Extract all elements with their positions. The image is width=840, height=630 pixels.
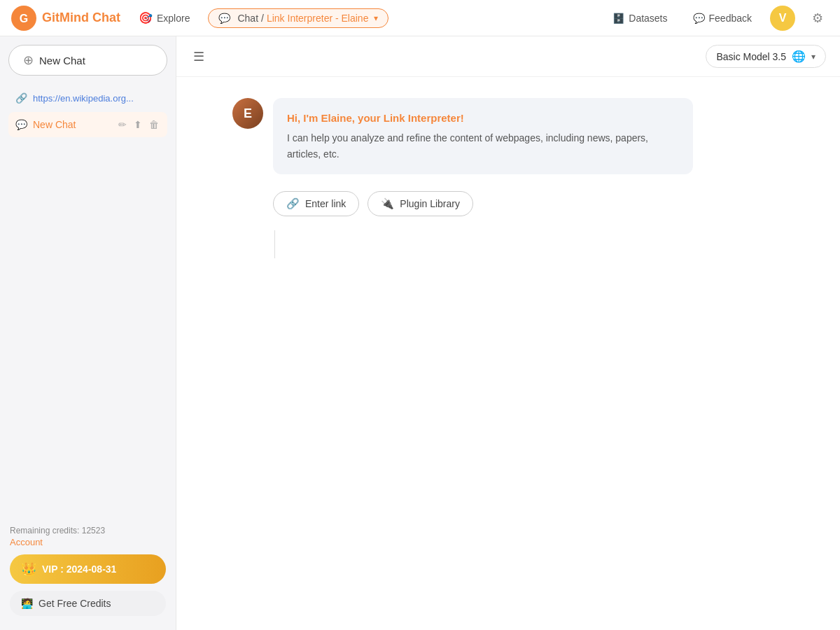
new-chat-button[interactable]: ⊕ New Chat — [8, 45, 167, 76]
model-chevron-icon: ▾ — [811, 52, 816, 62]
sidebar-toggle-icon[interactable]: ☰ — [190, 46, 207, 67]
plugin-icon: 🔌 — [381, 197, 394, 210]
greeting-text: Hi, I'm Elaine, your Link Interpreter! — [287, 109, 679, 127]
model-label: Basic Model 3.5 — [716, 51, 786, 62]
datasets-icon: 🗄️ — [612, 13, 624, 24]
sidebar-credits: Remaining credits: 12523 Account 👑 VIP :… — [8, 520, 167, 622]
explore-nav[interactable]: 🎯 Explore — [132, 7, 197, 29]
sidebar-chat-item[interactable]: 💬 New Chat ✏ ⬆ 🗑 — [8, 112, 167, 137]
chat-item-icon: 💬 — [15, 119, 27, 130]
sidebar: ⊕ New Chat 🔗 https://en.wikipedia.org...… — [0, 36, 176, 630]
settings-icon[interactable]: ⚙ — [806, 7, 829, 29]
model-selector[interactable]: Basic Model 3.5 🌐 ▾ — [706, 45, 826, 68]
message-row: E Hi, I'm Elaine, your Link Interpreter!… — [232, 98, 784, 174]
chat-item-label: New Chat — [33, 119, 111, 130]
feedback-icon: 💬 — [693, 13, 705, 24]
credits-icon: 🧑‍💻 — [21, 598, 33, 609]
enter-link-button[interactable]: 🔗 Enter link — [273, 191, 359, 216]
cursor-divider — [274, 230, 275, 258]
export-icon[interactable]: ⬆ — [132, 118, 144, 132]
feedback-label: Feedback — [709, 13, 752, 24]
explore-label: Explore — [157, 13, 190, 24]
explore-icon: 🎯 — [139, 11, 153, 24]
edit-icon[interactable]: ✏ — [117, 118, 128, 132]
breadcrumb-chat: Chat — [237, 13, 258, 24]
avatar-letter: V — [779, 12, 787, 24]
vip-badge[interactable]: 👑 VIP : 2024-08-31 — [10, 554, 166, 584]
credits-text: Remaining credits: 12523 — [10, 526, 166, 536]
breadcrumb-active: Link Interpreter - Elaine — [267, 13, 369, 24]
get-credits-label: Get Free Credits — [38, 598, 111, 609]
sub-text: I can help you analyze and refine the co… — [287, 130, 679, 164]
breadcrumb-separator: / — [261, 13, 264, 24]
chat-area: E Hi, I'm Elaine, your Link Interpreter!… — [176, 77, 840, 630]
link-icon: 🔗 — [15, 92, 27, 104]
chat-item-actions: ✏ ⬆ 🗑 — [117, 118, 160, 132]
feedback-nav[interactable]: 💬 Feedback — [686, 8, 759, 28]
content-header: ☰ Basic Model 3.5 🌐 ▾ — [176, 36, 840, 77]
globe-icon: 🌐 — [792, 50, 806, 63]
chat-icon: 💬 — [218, 13, 230, 24]
enter-link-label: Enter link — [305, 198, 346, 209]
sidebar-link-text: https://en.wikipedia.org... — [33, 93, 134, 104]
action-buttons: 🔗 Enter link 🔌 Plugin Library — [273, 191, 784, 216]
user-avatar[interactable]: V — [770, 6, 795, 31]
vip-label: VIP : 2024-08-31 — [42, 564, 116, 575]
breadcrumb[interactable]: 💬 Chat / Link Interpreter - Elaine ▾ — [208, 8, 388, 28]
datasets-label: Datasets — [629, 13, 667, 24]
sidebar-spacer — [8, 139, 167, 520]
plugin-library-button[interactable]: 🔌 Plugin Library — [368, 191, 473, 216]
logo-icon: G — [11, 6, 36, 31]
logo[interactable]: G GitMind Chat — [11, 6, 120, 31]
chevron-down-icon: ▾ — [374, 13, 378, 23]
plugin-library-label: Plugin Library — [400, 198, 460, 209]
new-chat-label: New Chat — [39, 55, 85, 66]
delete-icon[interactable]: 🗑 — [148, 118, 160, 132]
plus-icon: ⊕ — [23, 52, 34, 68]
account-link[interactable]: Account — [10, 537, 166, 547]
link-icon: 🔗 — [286, 197, 300, 210]
logo-text: GitMind Chat — [42, 10, 120, 25]
datasets-nav[interactable]: 🗄️ Datasets — [606, 8, 674, 28]
elaine-avatar: E — [232, 98, 263, 129]
svg-text:G: G — [20, 13, 28, 24]
get-credits-button[interactable]: 🧑‍💻 Get Free Credits — [10, 591, 166, 616]
content-area: ☰ Basic Model 3.5 🌐 ▾ E Hi, I'm Elaine, … — [176, 36, 840, 630]
app-header: G GitMind Chat 🎯 Explore 💬 Chat / Link I… — [0, 0, 840, 36]
message-bubble: Hi, I'm Elaine, your Link Interpreter! I… — [273, 98, 693, 174]
sidebar-link-item[interactable]: 🔗 https://en.wikipedia.org... — [8, 87, 167, 109]
vip-icon: 👑 — [21, 561, 36, 577]
main-layout: ⊕ New Chat 🔗 https://en.wikipedia.org...… — [0, 36, 840, 630]
